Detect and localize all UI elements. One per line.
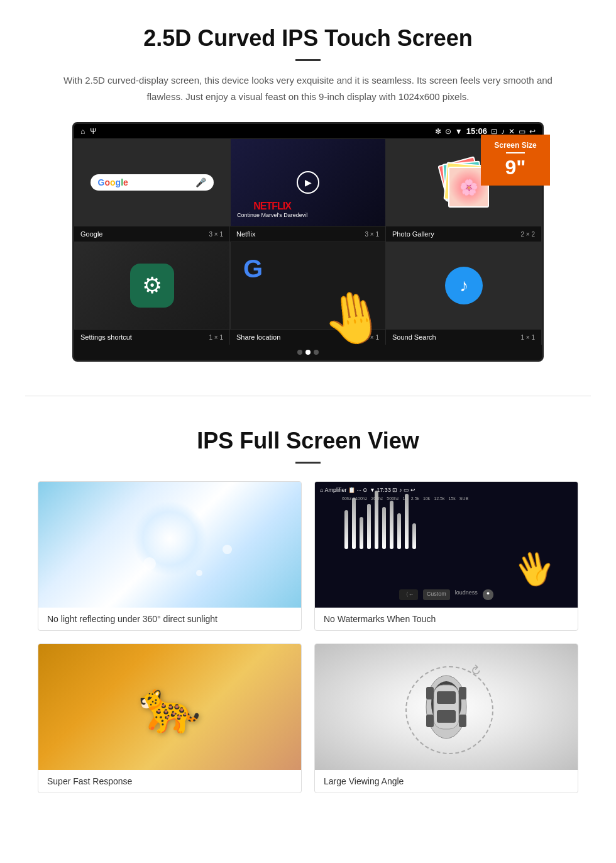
car-caption: Large Viewing Angle <box>315 770 578 793</box>
netflix-grid-info: 3 × 1 <box>365 231 379 238</box>
car-container: ↻ <box>418 669 475 745</box>
app-cell-sound[interactable]: ♪ <box>386 242 542 330</box>
app-cell-share[interactable]: G 🤚 <box>230 242 386 330</box>
photos-grid-info: 2 × 2 <box>520 231 535 238</box>
dot-3[interactable] <box>314 350 319 355</box>
sound-app-name: Sound Search <box>392 333 436 341</box>
status-bar: ⌂ Ψ ✻ ⊙ ▼ 15:06 ⊡ ♪ ✕ ▭ ↩ <box>74 124 542 138</box>
car-image: ↻ <box>315 644 578 770</box>
google-app-name: Google <box>80 230 102 238</box>
hand-pointing-icon: 🤚 <box>318 284 390 353</box>
close-icon[interactable]: ✕ <box>509 127 515 136</box>
netflix-bg: ▶ NETFLIX Continue Marvel's Daredevil <box>231 139 385 226</box>
amp-custom-btn[interactable]: Custom <box>423 589 450 600</box>
settings-icon-wrap: ⚙ <box>130 264 174 308</box>
sunlight-caption: No light reflecting under 360° direct su… <box>38 608 301 630</box>
lens-flare-2 <box>196 570 202 576</box>
gear-icon: ⚙ <box>142 272 162 299</box>
settings-grid-info: 1 × 1 <box>209 334 223 341</box>
amp-bar-1 <box>344 510 348 549</box>
amplifier-caption: No Watermarks When Touch <box>315 608 578 630</box>
sunlight-image <box>38 482 301 608</box>
badge-divider <box>506 152 525 153</box>
feature-card-amplifier: ⌂ Amplifier 📋 ··· ⊙ ▼ 17:33 ⊡ ♪ ▭ ↩ 60hz… <box>314 481 578 631</box>
camera-icon[interactable]: ⊡ <box>491 127 497 136</box>
cheetah-icon: 🐆 <box>138 677 201 737</box>
google-g-icon: G <box>243 255 263 283</box>
google-search-bar[interactable]: Google 🎤 <box>91 174 214 191</box>
app-label-photos: Photo Gallery 2 × 2 <box>386 226 542 242</box>
dot-navigation <box>74 345 542 360</box>
device-screen: ⌂ Ψ ✻ ⊙ ▼ 15:06 ⊡ ♪ ✕ ▭ ↩ <box>72 122 544 362</box>
netflix-content: ▶ NETFLIX Continue Marvel's Daredevil <box>231 139 385 226</box>
netflix-overlay: NETFLIX Continue Marvel's Daredevil <box>237 201 307 218</box>
amp-header: ⌂ Amplifier 📋 ··· ⊙ ▼ 17:33 ⊡ ♪ ▭ ↩ <box>320 487 573 493</box>
amp-bar-4 <box>367 504 371 549</box>
feature-card-sunlight: No light reflecting under 360° direct su… <box>38 481 302 631</box>
title-divider <box>295 59 321 61</box>
amp-loudness-label: loudness <box>455 589 478 600</box>
cheetah-caption: Super Fast Response <box>38 770 301 793</box>
volume-icon[interactable]: ♪ <box>501 127 505 136</box>
app-cell-google[interactable]: Google 🎤 <box>74 138 230 226</box>
amp-bar-3 <box>360 517 363 550</box>
amp-bar-5 <box>375 491 378 549</box>
amp-bar-7 <box>390 501 393 549</box>
usb-icon: Ψ <box>90 127 96 136</box>
window-icon[interactable]: ▭ <box>519 127 525 136</box>
location-icon: ⊙ <box>445 127 451 136</box>
app-label-settings: Settings shortcut 1 × 1 <box>74 330 230 345</box>
app-label-row1: Google 3 × 1 Netflix 3 × 1 Photo Gallery… <box>74 226 542 242</box>
section-curved-ips: 2.5D Curved IPS Touch Screen With 2.5D c… <box>0 0 616 383</box>
app-cell-settings[interactable]: ⚙ <box>74 242 230 330</box>
lens-flare-3 <box>223 545 232 554</box>
app-label-google: Google 3 × 1 <box>74 226 230 242</box>
amp-bar-6 <box>382 507 386 549</box>
back-icon[interactable]: ↩ <box>529 127 536 136</box>
section1-title: 2.5D Curved IPS Touch Screen <box>38 25 578 52</box>
badge-title: Screen Size <box>488 141 542 150</box>
device-mockup: ⌂ Ψ ✻ ⊙ ▼ 15:06 ⊡ ♪ ✕ ▭ ↩ <box>72 122 544 362</box>
section1-description: With 2.5D curved-display screen, this de… <box>50 72 566 104</box>
amp-back-btn[interactable]: 〈← <box>399 589 418 600</box>
sound-grid-info: 1 × 1 <box>520 334 535 341</box>
amp-controls: 〈← Custom loudness ● <box>320 587 573 603</box>
app-label-row2: Settings shortcut 1 × 1 Share location 1… <box>74 330 542 345</box>
home-icon[interactable]: ⌂ <box>80 127 85 136</box>
amp-title: ⌂ Amplifier 📋 ··· ⊙ ▼ 17:33 ⊡ ♪ ▭ ↩ <box>320 487 415 493</box>
netflix-logo: NETFLIX <box>237 201 307 212</box>
wifi-icon: ▼ <box>455 127 463 136</box>
cheetah-image: 🐆 <box>38 644 301 770</box>
bluetooth-icon: ✻ <box>435 127 441 136</box>
google-grid-info: 3 × 1 <box>209 231 223 238</box>
photos-app-name: Photo Gallery <box>392 230 434 238</box>
feature-card-cheetah: 🐆 Super Fast Response <box>38 643 302 793</box>
google-mic-icon[interactable]: 🎤 <box>195 177 206 187</box>
feature-card-car: ↻ Large Viewing Angle <box>314 643 578 793</box>
status-bar-right: ✻ ⊙ ▼ 15:06 ⊡ ♪ ✕ ▭ ↩ <box>435 126 536 136</box>
amp-bar-8 <box>397 513 401 549</box>
settings-app-name: Settings shortcut <box>80 333 132 341</box>
section-hr-divider <box>25 396 591 396</box>
screen-size-badge: Screen Size 9" <box>481 135 550 186</box>
share-app-name: Share location <box>236 333 280 341</box>
amp-bars-container: 🖐 <box>320 503 573 587</box>
status-bar-left: ⌂ Ψ <box>80 127 96 136</box>
section2-title: IPS Full Screen View <box>38 428 578 454</box>
app-label-netflix: Netflix 3 × 1 <box>230 226 386 242</box>
netflix-subtitle: Continue Marvel's Daredevil <box>237 212 307 218</box>
app-grid-row2: ⚙ G 🤚 ♪ <box>74 242 542 330</box>
netflix-app-name: Netflix <box>236 230 256 238</box>
amp-bar-2 <box>352 498 356 549</box>
amp-toggle[interactable]: ● <box>483 589 493 600</box>
dot-2[interactable] <box>305 350 311 355</box>
app-cell-netflix[interactable]: ▶ NETFLIX Continue Marvel's Daredevil <box>230 138 386 226</box>
badge-size: 9" <box>488 156 542 179</box>
netflix-play-button[interactable]: ▶ <box>297 171 319 194</box>
app-label-sound: Sound Search 1 × 1 <box>386 330 542 345</box>
rotation-arrow <box>405 666 493 754</box>
dot-1[interactable] <box>297 350 302 355</box>
section-ips-full: IPS Full Screen View No light reflecting… <box>0 409 616 818</box>
app-grid-row1: Google 🎤 ▶ NETFLIX Continue Marvel's Dar… <box>74 138 542 226</box>
section2-divider <box>295 462 321 464</box>
